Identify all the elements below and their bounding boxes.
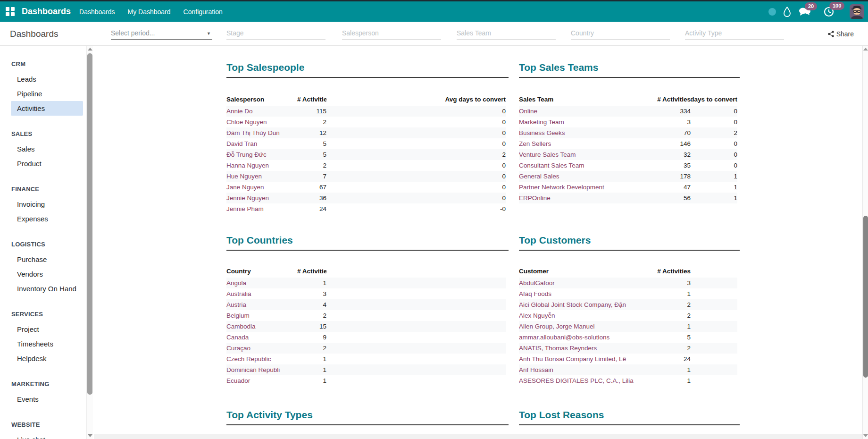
record-link[interactable]: Dominican Republi [226,366,280,373]
filter-input-5[interactable] [685,27,784,40]
record-cell: Curaçao [226,343,297,354]
record-link[interactable]: Afaq Foods [519,290,551,297]
scroll-up-arrow-icon[interactable] [863,48,868,51]
record-cell: Afaq Foods [519,288,651,299]
record-link[interactable]: Hanna Nguyen [226,162,269,169]
record-link[interactable]: Jennie Nguyen [226,194,269,202]
value-cell: 1 [651,364,691,375]
record-link[interactable]: Belgium [226,312,250,319]
column-header: Salesperson [226,95,297,104]
record-cell: Belgium [226,310,297,321]
scroll-up-arrow-icon[interactable] [88,48,92,51]
record-link[interactable]: Jane Nguyen [226,184,264,191]
record-link[interactable]: Austria [226,301,246,308]
value-cell: 1 [297,364,326,375]
sidebar-item-pipeline[interactable]: Pipeline [11,86,83,101]
record-link[interactable]: Venture Sales Team [519,151,576,158]
droplet-icon[interactable] [783,7,791,17]
horizontal-scrollbar[interactable] [94,434,862,439]
record-link[interactable]: Hue Nguyen [226,173,262,180]
record-link[interactable]: Consultant Sales Team [519,162,584,169]
activity-clock-icon[interactable]: 100 [823,6,835,17]
record-link[interactable]: Marketing Team [519,118,564,126]
sidebar-item-purchase[interactable]: Purchase [11,252,83,267]
record-link[interactable]: Czech Republic [226,355,271,363]
sidebar-item-project[interactable]: Project [11,322,83,337]
record-cell: AbdulGafoor [519,278,651,288]
sidebar-item-sales[interactable]: Sales [11,142,83,156]
record-link[interactable]: Đàm Thị Thùy Dun [226,129,280,136]
record-link[interactable]: ammar.alloubani@obs-solutions [519,334,609,341]
page-title: Dashboards [10,29,58,39]
record-link[interactable]: Canada [226,334,249,341]
sidebar-item-inventory-on-hand[interactable]: Inventory On Hand [11,281,83,296]
share-button[interactable]: Share [828,30,854,38]
record-link[interactable]: Alien Group, Jorge Manuel [519,323,595,330]
messages-icon[interactable]: 20 [799,7,811,17]
sidebar-item-leads[interactable]: Leads [11,72,83,86]
status-dot-icon[interactable] [768,8,776,16]
app-brand[interactable]: Dashboards [22,7,71,17]
top-activity-types-title-block: Top Activity Types [226,408,509,425]
nav-item-configuration[interactable]: Configuration [184,8,223,16]
value-cell: 1 [651,375,691,386]
table-row: AbdulGafoor3 [519,278,737,288]
record-link[interactable]: General Sales [519,173,559,180]
sidebar-item-expenses[interactable]: Expenses [11,211,83,226]
sidebar-item-helpdesk[interactable]: Helpdesk [11,351,83,366]
value-cell: 24 [651,354,691,364]
sidebar-item-timesheets[interactable]: Timesheets [11,337,83,351]
record-link[interactable]: Aici Global Joint Stock Company, Đặn [519,301,626,308]
filter-input-0[interactable] [111,27,212,40]
record-link[interactable]: Business Geeks [519,129,565,136]
record-link[interactable]: ASESORES DIGITALES PLC, C.A., Lilia [519,377,634,384]
record-cell: ASESORES DIGITALES PLC, C.A., Lilia [519,375,651,386]
sidebar-item-activities[interactable]: Activities [11,101,83,116]
scroll-down-arrow-icon[interactable] [88,434,92,437]
table-row: Dominican Republi1 [226,364,506,375]
record-link[interactable]: Angola [226,279,246,287]
page-scrollbar-thumb[interactable] [863,216,868,378]
sidebar-scrollbar-thumb[interactable] [87,53,92,395]
record-link[interactable]: Ecuador [226,377,250,384]
value-cell: 2 [297,343,326,354]
table-row: Angola1 [226,278,506,288]
user-avatar[interactable] [850,4,864,19]
sidebar-item-live-chat[interactable]: Live chat [11,432,83,439]
record-link[interactable]: David Tran [226,140,257,147]
record-cell: Venture Sales Team [519,149,651,160]
filter-input-3[interactable] [457,27,556,40]
filter-input-2[interactable] [342,27,441,40]
record-link[interactable]: Chloe Nguyen [226,118,267,126]
filter-input-1[interactable] [226,27,326,40]
record-link[interactable]: Đỗ Trung Đức [226,151,267,158]
record-link[interactable]: AbdulGafoor [519,279,555,287]
sidebar-item-invoicing[interactable]: Invoicing [11,197,83,211]
filter-input-4[interactable] [571,27,670,40]
record-link[interactable]: Australia [226,290,251,297]
record-link[interactable]: Curaçao [226,345,250,352]
nav-item-dashboards[interactable]: Dashboards [79,8,115,16]
sidebar-item-product[interactable]: Product [11,156,83,171]
record-link[interactable]: Annie Do [226,108,253,115]
sidebar-item-events[interactable]: Events [11,392,83,406]
record-link[interactable]: Jennie Pham [226,205,264,212]
record-link[interactable]: ANATIS, Thomas Reynders [519,345,597,352]
record-link[interactable]: Arif Hossain [519,366,553,373]
nav-item-my-dashboard[interactable]: My Dashboard [128,8,171,16]
record-link[interactable]: Partner Network Development [519,184,604,191]
sidebar-section-label: CRM [0,60,94,68]
record-link[interactable]: Zen Sellers [519,140,551,147]
record-cell: Hanna Nguyen [226,160,297,171]
record-link[interactable]: ERPOnline [519,194,551,202]
page-scrollbar[interactable] [862,46,868,439]
record-link[interactable]: Online [519,108,537,115]
value-cell: 70 [651,127,691,138]
sidebar-item-vendors[interactable]: Vendors [11,267,83,281]
scroll-down-arrow-icon[interactable] [863,434,868,437]
sidebar-scrollbar[interactable] [86,46,93,439]
apps-grid-icon[interactable] [6,7,15,16]
record-link[interactable]: Alex Nguyễn [519,312,555,319]
record-link[interactable]: Cambodia [226,323,256,330]
record-link[interactable]: Anh Thu Bonsai Company Limited, Lê [519,355,626,363]
